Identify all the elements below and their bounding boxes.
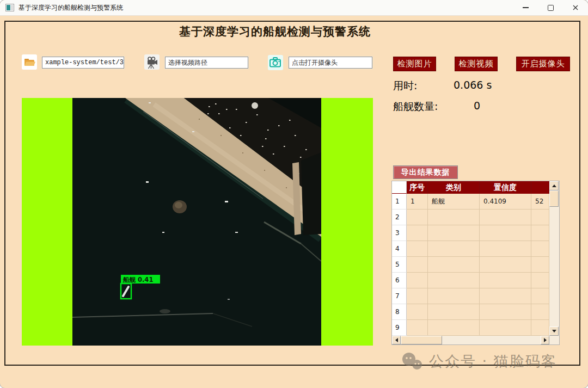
row-number: 2	[392, 210, 407, 225]
maximize-button[interactable]	[538, 0, 563, 15]
photo-camera-icon[interactable]	[268, 55, 283, 70]
wechat-icon	[401, 352, 424, 371]
table-corner-cell	[392, 181, 407, 194]
video-path-input[interactable]: 选择视频路径	[165, 57, 248, 69]
empty-cell[interactable]	[407, 241, 428, 257]
empty-cell[interactable]	[480, 320, 531, 336]
time-value: 0.066 s	[454, 79, 492, 91]
arrow-down-icon	[552, 330, 556, 332]
cell-coord[interactable]: 52	[531, 194, 549, 210]
empty-cell[interactable]	[531, 257, 549, 273]
empty-cell[interactable]	[531, 273, 549, 288]
detect-video-button[interactable]: 检测视频	[455, 57, 498, 71]
empty-cell[interactable]	[531, 304, 549, 320]
camera-input[interactable]: 点击打开摄像头	[289, 57, 372, 69]
row-number: 3	[392, 225, 407, 241]
horizontal-scroll-thumb[interactable]	[401, 336, 442, 344]
maximize-icon	[548, 5, 554, 11]
row-number: 1	[392, 194, 407, 210]
ship-count-value: 0	[474, 100, 480, 112]
empty-cell[interactable]	[480, 225, 531, 241]
export-results-button[interactable]: 导出结果数据	[393, 165, 458, 179]
app-window: 基于深度学习的船舰检测与预警系统 基于深度学习的船舰检测与预警系统 xample…	[0, 0, 588, 388]
results-table: 序号 类别 置信度 1 1 船舰 0.4109 52 2 3 4 5 6 7 8	[391, 181, 560, 345]
row-number: 7	[392, 288, 407, 304]
vertical-scrollbar[interactable]	[549, 181, 559, 336]
empty-cell[interactable]	[428, 273, 480, 288]
app-icon	[5, 4, 14, 11]
row-number: 6	[392, 273, 407, 288]
ship-count-label: 船舰数量:	[393, 100, 438, 114]
detection-label: 船舰 0.41	[122, 276, 153, 284]
titlebar: 基于深度学习的船舰检测与预警系统	[0, 0, 588, 16]
arrow-right-icon	[544, 338, 547, 342]
close-button[interactable]	[563, 0, 588, 15]
watermark-text: 公众号 · 猫脸码客	[429, 352, 557, 371]
horizontal-scrollbar[interactable]	[392, 336, 549, 344]
empty-cell[interactable]	[480, 210, 531, 225]
col-header-confidence: 置信度	[480, 181, 531, 194]
empty-cell[interactable]	[428, 304, 480, 320]
empty-cell[interactable]	[407, 210, 428, 225]
empty-cell[interactable]	[531, 320, 549, 336]
empty-cell[interactable]	[480, 273, 531, 288]
col-header-category: 类别	[428, 181, 480, 194]
window-controls	[513, 0, 588, 15]
empty-cell[interactable]	[407, 320, 428, 336]
empty-cell[interactable]	[428, 257, 480, 273]
empty-cell[interactable]	[407, 288, 428, 304]
empty-cell[interactable]	[407, 304, 428, 320]
empty-cell[interactable]	[407, 273, 428, 288]
scroll-left-button[interactable]	[392, 336, 401, 344]
cell-confidence[interactable]: 0.4109	[480, 194, 531, 210]
empty-cell[interactable]	[428, 225, 480, 241]
empty-cell[interactable]	[428, 320, 480, 336]
scroll-right-button[interactable]	[541, 336, 549, 344]
row-number: 9	[392, 320, 407, 336]
empty-cell[interactable]	[531, 225, 549, 241]
cell-category[interactable]: 船舰	[428, 194, 480, 210]
empty-cell[interactable]	[407, 257, 428, 273]
row-number: 5	[392, 257, 407, 273]
empty-cell[interactable]	[480, 304, 531, 320]
empty-cell[interactable]	[480, 288, 531, 304]
image-path-input[interactable]: xample-system/test/3.jpg	[42, 57, 124, 69]
empty-cell[interactable]	[531, 241, 549, 257]
empty-cell[interactable]	[480, 257, 531, 273]
col-header-index: 序号	[407, 181, 428, 194]
empty-cell[interactable]	[531, 288, 549, 304]
detected-satellite-image: 船舰 0.41	[72, 98, 321, 346]
vertical-scroll-thumb[interactable]	[549, 190, 559, 207]
cell-index[interactable]: 1	[407, 194, 428, 210]
time-label: 用时:	[393, 79, 417, 93]
empty-cell[interactable]	[428, 288, 480, 304]
minimize-icon	[523, 7, 529, 8]
scrollbar-corner	[549, 336, 559, 344]
folder-icon[interactable]	[22, 54, 37, 70]
close-icon	[572, 4, 579, 11]
empty-cell[interactable]	[428, 210, 480, 225]
scroll-up-button[interactable]	[549, 181, 559, 190]
watermark: 公众号 · 猫脸码客	[401, 352, 557, 371]
empty-cell[interactable]	[428, 241, 480, 257]
detect-image-button[interactable]: 检测图片	[393, 57, 436, 71]
video-camera-icon[interactable]	[144, 54, 160, 70]
row-number: 8	[392, 304, 407, 320]
arrow-up-icon	[552, 184, 556, 187]
page-title: 基于深度学习的船舰检测与预警系统	[0, 24, 550, 39]
empty-cell[interactable]	[480, 241, 531, 257]
empty-cell[interactable]	[531, 210, 549, 225]
empty-cell[interactable]	[407, 225, 428, 241]
col-header-extra	[531, 181, 549, 194]
image-display-area: 船舰 0.41	[22, 98, 373, 346]
open-camera-button[interactable]: 开启摄像头	[516, 57, 570, 71]
window-title: 基于深度学习的船舰检测与预警系统	[19, 3, 123, 13]
row-number: 4	[392, 241, 407, 257]
minimize-button[interactable]	[513, 0, 538, 15]
scroll-down-button[interactable]	[549, 327, 559, 336]
results-grid: 序号 类别 置信度 1 1 船舰 0.4109 52 2 3 4 5 6 7 8	[392, 181, 549, 336]
arrow-left-icon	[395, 338, 398, 342]
